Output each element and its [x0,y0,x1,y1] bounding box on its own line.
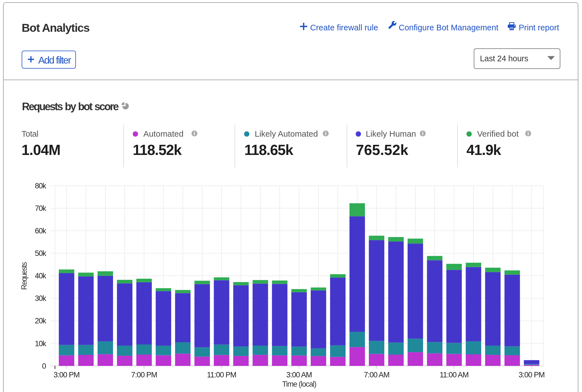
svg-text:40k: 40k [35,272,46,280]
svg-text:7:00 AM: 7:00 AM [364,371,389,379]
svg-text:60k: 60k [35,227,46,235]
svg-text:3:00 AM: 3:00 AM [286,371,312,379]
svg-text:3:00 PM: 3:00 PM [519,371,545,379]
svg-text:10k: 10k [35,339,46,348]
svg-text:0: 0 [42,362,46,370]
svg-text:Time (local): Time (local) [282,380,316,388]
svg-text:30k: 30k [35,294,46,303]
svg-text:50k: 50k [35,249,46,258]
svg-text:11:00 PM: 11:00 PM [207,371,236,379]
svg-text:20k: 20k [35,317,46,325]
svg-text:3:00 PM: 3:00 PM [54,371,80,379]
svg-text:7:00 PM: 7:00 PM [131,371,157,379]
svg-text:Requests: Requests [20,262,28,290]
svg-text:11:00 AM: 11:00 AM [440,371,468,379]
svg-text:80k: 80k [35,182,46,190]
svg-text:70k: 70k [35,204,46,213]
